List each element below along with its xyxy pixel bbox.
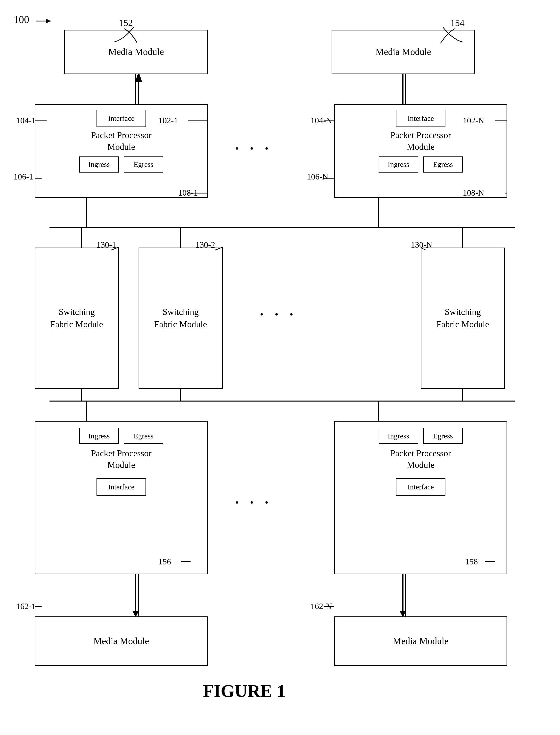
- svg-marker-32: [46, 19, 51, 24]
- ref-130-2: 130-2: [195, 240, 215, 249]
- ppm-bot-left-label: Packet ProcessorModule: [91, 448, 152, 471]
- ingress-top-left: Ingress: [79, 156, 119, 172]
- ref-108-n: 108-N: [463, 188, 484, 197]
- egress-bot-left: Egress: [124, 428, 163, 444]
- ref-130-n: 130-N: [411, 240, 432, 249]
- egress-bot-right: Egress: [423, 428, 463, 444]
- media-module-bot-right: Media Module: [334, 616, 507, 666]
- ref-106-1: 106-1: [14, 172, 33, 181]
- dots-bot: . . .: [235, 490, 272, 507]
- diagram: Media Module Media Module Interface Pack…: [0, 0, 560, 735]
- figure-label: FIGURE 1: [203, 681, 286, 701]
- ref-158: 158: [465, 557, 478, 566]
- egress-top-right: Egress: [423, 156, 463, 172]
- ref-106-n: 106-N: [307, 172, 328, 181]
- ppm-top-left-label: Packet ProcessorModule: [91, 129, 152, 153]
- sfm-1: SwitchingFabric Module: [35, 247, 119, 389]
- ref-130-1: 130-1: [97, 240, 116, 249]
- interface-top-right: Interface: [396, 110, 445, 127]
- ref-156: 156: [158, 557, 171, 566]
- ref-104-n: 104-N: [311, 116, 332, 125]
- ref-154-callout: [428, 25, 478, 45]
- sfm-2: SwitchingFabric Module: [139, 247, 223, 389]
- ppm-top-right-label: Packet ProcessorModule: [390, 129, 451, 153]
- ingress-top-right: Ingress: [379, 156, 418, 172]
- ref-102-1: 102-1: [158, 116, 178, 125]
- ppm-bot-left: Ingress Egress Packet ProcessorModule In…: [35, 421, 208, 574]
- dots-top: . . .: [235, 136, 272, 153]
- ref-162-1: 162-1: [16, 602, 36, 611]
- ref-102-n: 102-N: [463, 116, 484, 125]
- interface-top-left: Interface: [97, 110, 146, 127]
- sfm-n: SwitchingFabric Module: [421, 247, 505, 389]
- ppm-top-left: Interface Packet ProcessorModule Ingress…: [35, 104, 208, 198]
- ingress-bot-left: Ingress: [79, 428, 119, 444]
- egress-top-left: Egress: [124, 156, 163, 172]
- dots-mid: . . .: [260, 302, 297, 319]
- ingress-bot-right: Ingress: [379, 428, 418, 444]
- media-module-bot-left: Media Module: [35, 616, 208, 666]
- ref-152-callout: [99, 25, 148, 45]
- ppm-bot-right: Ingress Egress Packet ProcessorModule In…: [334, 421, 507, 574]
- ref-104-1: 104-1: [16, 116, 36, 125]
- interface-bot-left: Interface: [97, 478, 146, 496]
- interface-bot-right: Interface: [396, 478, 445, 496]
- ref-108-1: 108-1: [178, 188, 198, 197]
- ref-100-arrow: [24, 14, 53, 28]
- ref-162-n: 162-N: [311, 602, 332, 611]
- ppm-bot-right-label: Packet ProcessorModule: [390, 448, 451, 471]
